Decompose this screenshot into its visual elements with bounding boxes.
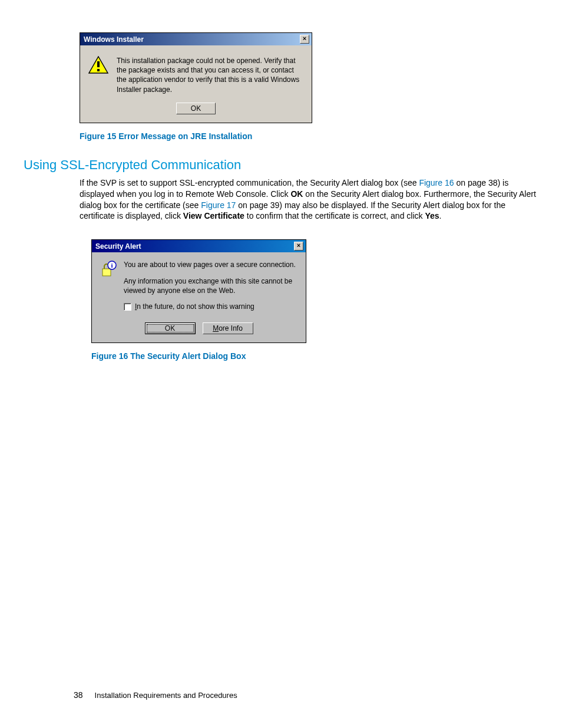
figure-16-link[interactable]: Figure 16 xyxy=(419,178,454,187)
figure-17-link[interactable]: Figure 17 xyxy=(201,200,236,210)
section-heading: Using SSL-Encrypted Communication xyxy=(24,157,538,173)
windows-installer-dialog: Windows Installer × This installation pa… xyxy=(80,32,312,123)
text: If the SVP is set to support SSL-encrypt… xyxy=(80,178,419,187)
checkbox-row: In the future, do not show this warning xyxy=(124,302,299,312)
text: to confirm that the certificate is corre… xyxy=(244,211,425,220)
dialog-title: Security Alert xyxy=(95,242,141,251)
close-icon[interactable]: × xyxy=(300,35,309,44)
figure-16-caption: Figure 16 The Security Alert Dialog Box xyxy=(91,351,538,361)
bold-ok: OK xyxy=(290,189,303,199)
warning-icon xyxy=(88,56,108,74)
do-not-show-checkbox[interactable] xyxy=(124,303,131,311)
lock-info-icon: i xyxy=(99,261,117,311)
page-number: 38 xyxy=(74,690,83,700)
dialog-title: Windows Installer xyxy=(84,35,144,44)
body-paragraph: If the SVP is set to support SSL-encrypt… xyxy=(80,177,538,222)
dialog-titlebar: Windows Installer × xyxy=(80,33,312,45)
dialog-message-block: You are about to view pages over a secur… xyxy=(124,261,299,311)
more-info-button[interactable]: More Info xyxy=(203,322,253,334)
dialog-button-row: OK More Info xyxy=(92,318,306,342)
page-footer: 38 Installation Requirements and Procedu… xyxy=(74,690,237,700)
security-alert-dialog: Security Alert × i You are about to view… xyxy=(91,239,306,342)
dialog-message: This installation package could not be o… xyxy=(117,56,303,94)
secure-connection-text: You are about to view pages over a secur… xyxy=(124,261,299,270)
checkbox-label: In the future, do not show this warning xyxy=(135,302,254,312)
svg-rect-2 xyxy=(97,69,100,71)
dialog-titlebar: Security Alert × xyxy=(92,240,306,252)
svg-text:i: i xyxy=(111,262,113,269)
svg-rect-3 xyxy=(103,269,111,276)
bold-view-cert: View Certificate xyxy=(183,211,244,220)
text: . xyxy=(439,211,442,220)
bold-yes: Yes xyxy=(425,211,439,220)
footer-section-title: Installation Requirements and Procedures xyxy=(95,691,237,700)
ok-button[interactable]: OK xyxy=(145,322,196,334)
svg-rect-1 xyxy=(97,61,100,67)
dialog-body: i You are about to view pages over a sec… xyxy=(92,252,306,317)
dialog-body: This installation package could not be o… xyxy=(80,45,312,103)
figure-15-caption: Figure 15 Error Message on JRE Installat… xyxy=(80,131,538,141)
dialog-button-row: OK xyxy=(80,103,312,123)
exchange-info-text: Any information you exchange with this s… xyxy=(124,277,299,295)
ok-button[interactable]: OK xyxy=(176,103,216,114)
close-icon[interactable]: × xyxy=(294,242,303,251)
